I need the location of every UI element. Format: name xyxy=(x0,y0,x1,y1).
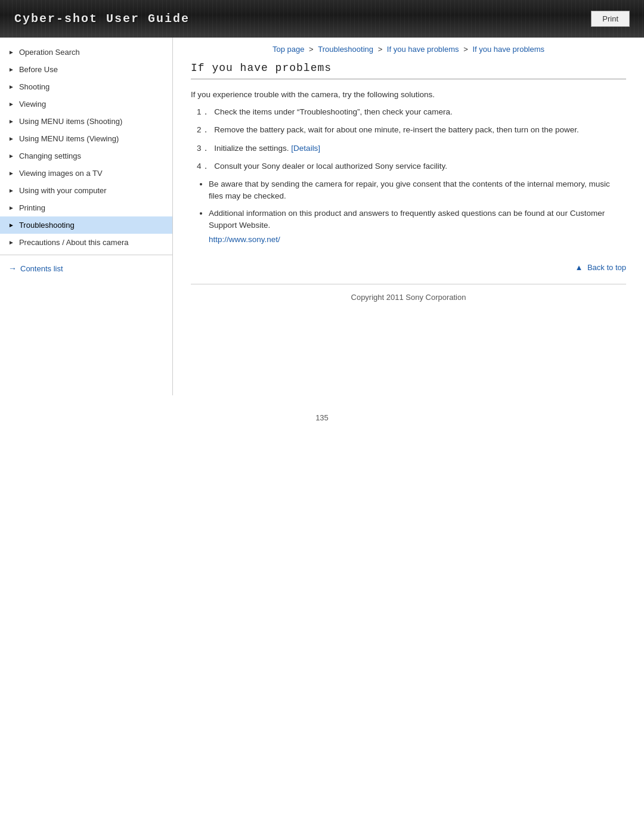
app-title: Cyber-shot User Guide xyxy=(14,12,190,26)
sidebar-item-7[interactable]: ►Viewing images on a TV xyxy=(0,165,172,182)
back-to-top-link[interactable]: ▲ Back to top xyxy=(575,263,626,272)
sidebar-item-6[interactable]: ►Changing settings xyxy=(0,147,172,165)
footer: Copyright 2011 Sony Corporation xyxy=(191,284,626,310)
triangle-up-icon: ▲ xyxy=(575,263,583,272)
sidebar-item-4[interactable]: ►Using MENU items (Shooting) xyxy=(0,113,172,130)
sidebar-label-1: Before Use xyxy=(19,65,58,74)
sidebar-item-8[interactable]: ►Using with your computer xyxy=(0,182,172,199)
step-2: 2． Remove the battery pack, wait for abo… xyxy=(191,124,626,136)
sidebar-label-6: Changing settings xyxy=(19,151,81,160)
sidebar-label-11: Precautions / About this camera xyxy=(19,238,129,247)
step-1: 1． Check the items under “Troubleshootin… xyxy=(191,106,626,118)
sidebar-item-5[interactable]: ►Using MENU items (Viewing) xyxy=(0,130,172,147)
arrow-right-icon: → xyxy=(8,264,17,273)
bullet-list: Be aware that by sending the camera for … xyxy=(209,178,626,246)
sidebar-arrow-7: ► xyxy=(8,170,14,176)
main-layout: ►Operation Search►Before Use►Shooting►Vi… xyxy=(0,38,644,395)
sidebar-arrow-3: ► xyxy=(8,101,14,107)
back-to-top-section: ▲ Back to top xyxy=(191,258,626,272)
breadcrumb-sep-3: > xyxy=(463,45,470,54)
sidebar-label-2: Shooting xyxy=(19,82,49,91)
sidebar-item-11[interactable]: ►Precautions / About this camera xyxy=(0,234,172,251)
step-3-number: 3． xyxy=(197,144,210,153)
sidebar-label-10: Troubleshooting xyxy=(19,221,75,230)
content-area: Top page > Troubleshooting > If you have… xyxy=(173,38,644,328)
contents-list-label: Contents list xyxy=(20,264,63,273)
sidebar-arrow-8: ► xyxy=(8,187,14,194)
sidebar-arrow-10: ► xyxy=(8,222,14,228)
step-1-text: Check the items under “Troubleshooting”,… xyxy=(214,107,452,116)
step-4-number: 4． xyxy=(197,162,210,171)
sidebar: ►Operation Search►Before Use►Shooting►Vi… xyxy=(0,38,173,395)
sidebar-label-3: Viewing xyxy=(19,100,46,109)
sidebar-arrow-6: ► xyxy=(8,153,14,159)
intro-text: If you experience trouble with the camer… xyxy=(191,90,626,99)
print-button[interactable]: Print xyxy=(591,11,630,27)
sidebar-arrow-1: ► xyxy=(8,66,14,73)
sidebar-label-9: Printing xyxy=(19,203,45,212)
breadcrumb-troubleshooting[interactable]: Troubleshooting xyxy=(318,45,373,54)
step-3: 3． Initialize the settings. [Details] xyxy=(191,143,626,154)
copyright-text: Copyright 2011 Sony Corporation xyxy=(351,293,466,302)
breadcrumb-if-you-have-problems-1[interactable]: If you have problems xyxy=(387,45,459,54)
breadcrumb-top-page[interactable]: Top page xyxy=(273,45,305,54)
sidebar-item-9[interactable]: ►Printing xyxy=(0,199,172,216)
bullet-2: Additional information on this product a… xyxy=(209,208,626,246)
sidebar-item-2[interactable]: ►Shooting xyxy=(0,78,172,95)
page-title: If you have problems xyxy=(191,62,626,79)
details-link[interactable]: [Details] xyxy=(291,144,320,153)
sidebar-arrow-5: ► xyxy=(8,135,14,142)
step-3-text: Initialize the settings. xyxy=(214,144,291,153)
sidebar-item-1[interactable]: ►Before Use xyxy=(0,61,172,78)
back-to-top-label: Back to top xyxy=(587,263,626,272)
step-4: 4． Consult your Sony dealer or local aut… xyxy=(191,160,626,172)
sidebar-arrow-9: ► xyxy=(8,205,14,211)
sidebar-label-5: Using MENU items (Viewing) xyxy=(19,134,119,143)
sidebar-arrow-11: ► xyxy=(8,239,14,246)
sidebar-arrow-0: ► xyxy=(8,49,14,55)
sidebar-arrow-4: ► xyxy=(8,118,14,125)
steps-list: 1． Check the items under “Troubleshootin… xyxy=(191,106,626,172)
page-header: Cyber-shot User Guide Print xyxy=(0,0,644,38)
step-1-number: 1． xyxy=(197,107,210,116)
contents-list-link[interactable]: → Contents list xyxy=(0,259,172,278)
sidebar-item-3[interactable]: ►Viewing xyxy=(0,95,172,113)
bullet-1: Be aware that by sending the camera for … xyxy=(209,178,626,203)
step-4-text: Consult your Sony dealer or local author… xyxy=(214,162,447,171)
breadcrumb: Top page > Troubleshooting > If you have… xyxy=(191,38,626,62)
breadcrumb-sep-2: > xyxy=(378,45,385,54)
step-2-text: Remove the battery pack, wait for about … xyxy=(214,125,579,134)
sidebar-label-0: Operation Search xyxy=(19,48,80,57)
breadcrumb-if-you-have-problems-2[interactable]: If you have problems xyxy=(472,45,544,54)
sidebar-item-0[interactable]: ►Operation Search xyxy=(0,44,172,61)
page-number: 135 xyxy=(0,395,644,428)
step-2-number: 2． xyxy=(197,125,210,134)
sidebar-label-4: Using MENU items (Shooting) xyxy=(19,117,122,126)
sidebar-divider xyxy=(0,255,172,255)
sidebar-label-8: Using with your computer xyxy=(19,186,107,195)
sidebar-item-10[interactable]: ►Troubleshooting xyxy=(0,216,172,234)
sony-url-link[interactable]: http://www.sony.net/ xyxy=(209,234,626,246)
sidebar-label-7: Viewing images on a TV xyxy=(19,169,103,178)
sidebar-arrow-2: ► xyxy=(8,83,14,90)
breadcrumb-sep-1: > xyxy=(309,45,315,54)
